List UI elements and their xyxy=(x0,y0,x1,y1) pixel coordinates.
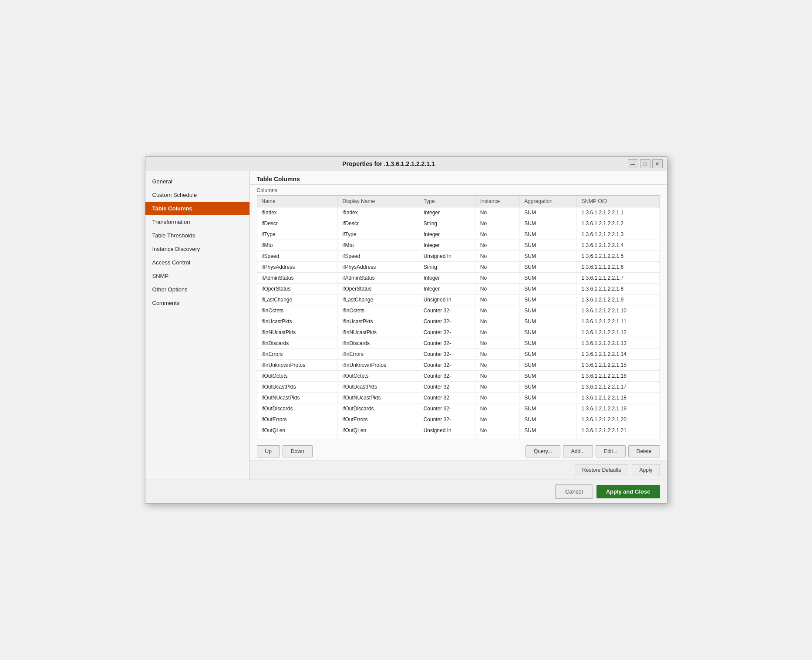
dialog-title: Properties for .1.3.6.1.2.1.2.2.1.1 xyxy=(150,160,628,167)
down-button[interactable]: Down xyxy=(283,445,313,457)
cell-type: Counter 32- xyxy=(419,349,475,360)
edit-button[interactable]: Edit... xyxy=(596,445,626,457)
cell-snmp_oid: 1.3.6.1.2.1.2.2.1.11 xyxy=(577,316,660,327)
maximize-button[interactable]: □ xyxy=(640,159,650,168)
cell-display_name: ifSpeed xyxy=(338,251,419,262)
sidebar: GeneralCustom ScheduleTable ColumnsTrans… xyxy=(145,171,250,480)
dialog-footer: Cancel Apply and Close xyxy=(145,480,667,503)
cell-aggregation: SUM xyxy=(520,240,577,251)
cell-snmp_oid: 1.3.6.1.2.1.2.2.1.19 xyxy=(577,403,660,414)
table-row[interactable]: ifLastChangeifLastChangeUnsigned InNoSUM… xyxy=(257,294,660,305)
sidebar-item-access-control[interactable]: Access Control xyxy=(145,256,249,269)
restore-defaults-button[interactable]: Restore Defaults xyxy=(575,464,628,476)
cell-aggregation: SUM xyxy=(520,414,577,425)
cell-instance: No xyxy=(475,393,520,403)
col-header-snmp-oid: SNMP OID xyxy=(577,196,660,207)
table-body[interactable]: ifIndexifIndexIntegerNoSUM1.3.6.1.2.1.2.… xyxy=(257,207,660,440)
sidebar-item-comments[interactable]: Comments xyxy=(145,296,249,310)
cell-aggregation: SUM xyxy=(520,294,577,305)
sidebar-item-snmp[interactable]: SNMP xyxy=(145,269,249,283)
table-row[interactable]: ifOutErrorsifOutErrorsCounter 32-NoSUM1.… xyxy=(257,414,660,425)
col-header-type: Type xyxy=(419,196,475,207)
cell-name: ifOutUcastPkts xyxy=(257,382,338,393)
table-row[interactable]: ifSpecificifSpecificStringNoSUM1.3.6.1.2… xyxy=(257,436,660,440)
cell-type: Unsigned In xyxy=(419,251,475,262)
add-button[interactable]: Add... xyxy=(563,445,593,457)
sidebar-item-transformation[interactable]: Transformation xyxy=(145,215,249,229)
col-header-display-name: Display Name xyxy=(338,196,419,207)
cell-instance: No xyxy=(475,294,520,305)
main-header: Table Columns xyxy=(250,171,667,185)
title-bar: Properties for .1.3.6.1.2.1.2.2.1.1 — □ … xyxy=(145,157,667,171)
cell-name: ifType xyxy=(257,229,338,240)
table-row[interactable]: ifInNUcastPktsifInNUcastPktsCounter 32-N… xyxy=(257,327,660,338)
apply-button[interactable]: Apply xyxy=(632,464,660,476)
table-row[interactable]: ifOutDiscardsifOutDiscardsCounter 32-NoS… xyxy=(257,403,660,414)
table-row[interactable]: ifTypeifTypeIntegerNoSUM1.3.6.1.2.1.2.2.… xyxy=(257,229,660,240)
cell-aggregation: SUM xyxy=(520,305,577,316)
cancel-button[interactable]: Cancel xyxy=(555,484,593,499)
cell-snmp_oid: 1.3.6.1.2.1.2.2.1.20 xyxy=(577,414,660,425)
cell-type: Counter 32- xyxy=(419,327,475,338)
cell-display_name: ifSpecific xyxy=(338,436,419,440)
cell-display_name: ifInErrors xyxy=(338,349,419,360)
cell-aggregation: SUM xyxy=(520,207,577,218)
table-row[interactable]: ifOutUcastPktsifOutUcastPktsCounter 32-N… xyxy=(257,382,660,393)
table-row[interactable]: ifOutOctetsifOutOctetsCounter 32-NoSUM1.… xyxy=(257,371,660,382)
cell-name: ifOutOctets xyxy=(257,371,338,382)
table-row[interactable]: ifOutNUcastPktsifOutNUcastPktsCounter 32… xyxy=(257,393,660,403)
table-row[interactable]: ifOutQLenifOutQLenUnsigned InNoSUM1.3.6.… xyxy=(257,425,660,436)
cell-snmp_oid: 1.3.6.1.2.1.2.2.1.2 xyxy=(577,218,660,229)
cell-snmp_oid: 1.3.6.1.2.1.2.2.1.16 xyxy=(577,371,660,382)
query-button[interactable]: Query... xyxy=(526,445,560,457)
cell-name: ifInDiscards xyxy=(257,338,338,349)
cell-name: ifOutQLen xyxy=(257,425,338,436)
cell-instance: No xyxy=(475,349,520,360)
table-row[interactable]: ifInUcastPktsifInUcastPktsCounter 32-NoS… xyxy=(257,316,660,327)
cell-display_name: ifOutUcastPkts xyxy=(338,382,419,393)
col-header-instance: Instance xyxy=(475,196,520,207)
cell-display_name: ifOutNUcastPkts xyxy=(338,393,419,403)
delete-button[interactable]: Delete xyxy=(628,445,660,457)
cell-display_name: ifLastChange xyxy=(338,294,419,305)
table-row[interactable]: ifInDiscardsifInDiscardsCounter 32-NoSUM… xyxy=(257,338,660,349)
cell-display_name: ifInDiscards xyxy=(338,338,419,349)
sidebar-item-table-columns[interactable]: Table Columns xyxy=(145,202,249,215)
section-title: Table Columns xyxy=(257,176,660,183)
table-row[interactable]: ifDescrifDescrStringNoSUM1.3.6.1.2.1.2.2… xyxy=(257,218,660,229)
cell-type: Counter 32- xyxy=(419,403,475,414)
table-row[interactable]: ifAdminStatusifAdminStatusIntegerNoSUM1.… xyxy=(257,273,660,284)
cell-name: ifDescr xyxy=(257,218,338,229)
cell-snmp_oid: 1.3.6.1.2.1.2.2.1.8 xyxy=(577,284,660,294)
cell-snmp_oid: 1.3.6.1.2.1.2.2.1.14 xyxy=(577,349,660,360)
sidebar-item-custom-schedule[interactable]: Custom Schedule xyxy=(145,188,249,202)
minimize-button[interactable]: — xyxy=(628,159,638,168)
cell-aggregation: SUM xyxy=(520,360,577,371)
sidebar-item-general[interactable]: General xyxy=(145,175,249,188)
table-row[interactable]: ifOperStatusifOperStatusIntegerNoSUM1.3.… xyxy=(257,284,660,294)
cell-snmp_oid: 1.3.6.1.2.1.2.2.1.15 xyxy=(577,360,660,371)
table-row[interactable]: ifPhysAddressifPhysAddressStringNoSUM1.3… xyxy=(257,262,660,273)
table-row[interactable]: ifInOctetsifInOctetsCounter 32-NoSUM1.3.… xyxy=(257,305,660,316)
cell-type: Counter 32- xyxy=(419,414,475,425)
columns-table-wrapper: NameDisplay NameTypeInstanceAggregationS… xyxy=(257,195,660,439)
up-button[interactable]: Up xyxy=(257,445,280,457)
sidebar-item-instance-discovery[interactable]: Instance Discovery xyxy=(145,242,249,256)
title-bar-controls: — □ ✕ xyxy=(628,159,663,168)
cell-snmp_oid: 1.3.6.1.2.1.2.2.1.7 xyxy=(577,273,660,284)
cell-aggregation: SUM xyxy=(520,251,577,262)
table-header-row: NameDisplay NameTypeInstanceAggregationS… xyxy=(257,196,660,207)
apply-and-close-button[interactable]: Apply and Close xyxy=(596,485,660,498)
table-row[interactable]: ifInErrorsifInErrorsCounter 32-NoSUM1.3.… xyxy=(257,349,660,360)
cell-name: ifOutErrors xyxy=(257,414,338,425)
table-row[interactable]: ifSpeedifSpeedUnsigned InNoSUM1.3.6.1.2.… xyxy=(257,251,660,262)
columns-table: NameDisplay NameTypeInstanceAggregationS… xyxy=(257,196,660,439)
close-button[interactable]: ✕ xyxy=(652,159,663,168)
table-row[interactable]: ifInUnknownProtosifInUnknownProtosCounte… xyxy=(257,360,660,371)
table-row[interactable]: ifIndexifIndexIntegerNoSUM1.3.6.1.2.1.2.… xyxy=(257,207,660,218)
sidebar-item-other-options[interactable]: Other Options xyxy=(145,283,249,296)
table-row[interactable]: ifMtuifMtuIntegerNoSUM1.3.6.1.2.1.2.2.1.… xyxy=(257,240,660,251)
sidebar-item-table-thresholds[interactable]: Table Thresholds xyxy=(145,229,249,242)
cell-aggregation: SUM xyxy=(520,403,577,414)
cell-instance: No xyxy=(475,382,520,393)
